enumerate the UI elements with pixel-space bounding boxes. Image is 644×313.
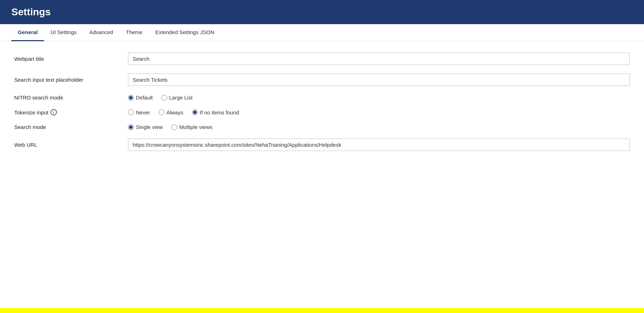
tokenize-never-label: Never <box>136 109 150 115</box>
page-title: Settings <box>11 6 633 18</box>
nitro-search-label: NITRO search mode <box>14 95 128 101</box>
page-header: Settings <box>0 0 644 24</box>
nitro-search-row: NITRO search mode Default Large List <box>14 95 630 101</box>
tab-extended-settings-json[interactable]: Extended Settings JSON <box>149 24 221 41</box>
webpart-title-input[interactable] <box>128 53 630 65</box>
web-url-input[interactable] <box>128 139 630 151</box>
webpart-title-row: Webpart title <box>14 53 630 65</box>
search-mode-multiple[interactable]: Multiple views <box>171 124 212 130</box>
tabs-bar: General UI Settings Advanced Theme Exten… <box>0 24 644 41</box>
web-url-label: Web URL <box>14 142 128 148</box>
search-mode-multiple-label: Multiple views <box>179 124 212 130</box>
search-mode-radio-group: Single view Multiple views <box>128 124 630 130</box>
search-placeholder-input[interactable] <box>128 74 630 86</box>
tokenize-option-never[interactable]: Never <box>128 109 150 115</box>
search-placeholder-row: Search input text placeholder <box>14 74 630 86</box>
nitro-option-default[interactable]: Default <box>128 95 153 101</box>
search-mode-label: Search mode <box>14 124 128 130</box>
webpart-title-label: Webpart title <box>14 56 128 62</box>
nitro-large-list-label: Large List <box>169 95 193 101</box>
nitro-radio-group: Default Large List <box>128 95 630 101</box>
search-placeholder-label: Search input text placeholder <box>14 77 128 83</box>
settings-content: Webpart title Search input text placehol… <box>0 41 644 308</box>
tokenize-if-no-items-label: If no items found <box>200 109 239 115</box>
search-mode-single[interactable]: Single view <box>128 124 163 130</box>
tokenize-label: Tokenize input i <box>14 109 128 115</box>
tokenize-option-always[interactable]: Always <box>159 109 183 115</box>
nitro-default-label: Default <box>136 95 153 101</box>
tab-ui-settings[interactable]: UI Settings <box>44 24 83 41</box>
tab-theme[interactable]: Theme <box>119 24 149 41</box>
tokenize-option-if-no-items[interactable]: If no items found <box>192 109 239 115</box>
tab-general[interactable]: General <box>11 24 44 41</box>
tokenize-row: Tokenize input i Never Always If no item… <box>14 109 630 115</box>
search-mode-single-label: Single view <box>136 124 163 130</box>
nitro-option-large-list[interactable]: Large List <box>161 95 193 101</box>
web-url-row: Web URL <box>14 139 630 151</box>
tokenize-info-icon: i <box>50 109 57 115</box>
tab-advanced[interactable]: Advanced <box>83 24 119 41</box>
lists-to-search-row: Lists to search* Tickets ✕ Recurring Tic… <box>0 308 644 313</box>
tokenize-always-label: Always <box>166 109 183 115</box>
tokenize-radio-group: Never Always If no items found <box>128 109 630 115</box>
search-mode-row: Search mode Single view Multiple views <box>14 124 630 130</box>
